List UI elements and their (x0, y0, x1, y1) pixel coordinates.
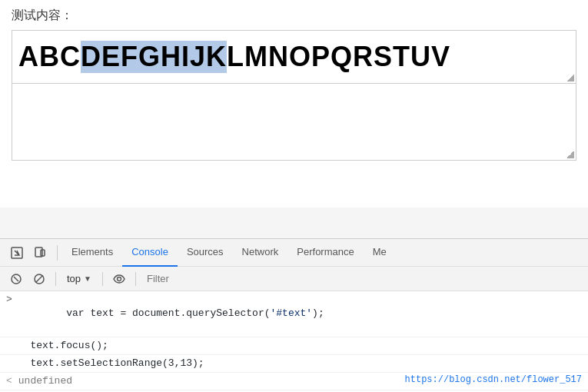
console-output-line: < undefined https://blog.csdn.net/flower… (0, 373, 588, 390)
console-toolbar: top ▼ (0, 267, 588, 291)
context-arrow: ▼ (84, 274, 91, 283)
block-icon[interactable] (29, 269, 49, 289)
text-before-selection: ABC (18, 41, 81, 73)
page-label: 测试内容： (12, 8, 576, 24)
console-output: > var text = document.querySelector('#te… (0, 291, 588, 392)
devtools-tab-bar: Elements Console Sources Network Perform… (0, 239, 588, 267)
console-line: > var text = document.querySelector('#te… (0, 291, 588, 337)
resize-handle-bottom[interactable] (566, 151, 574, 158)
console-input-prompt: > (6, 294, 12, 305)
text-after-selection: LMNOPQRSTUV (227, 41, 450, 73)
toolbar-separator (55, 272, 56, 286)
tab-console[interactable]: Console (122, 239, 178, 267)
svg-point-7 (117, 277, 121, 281)
console-output-text: undefined (18, 374, 405, 388)
tab-sources[interactable]: Sources (178, 239, 233, 267)
tab-performance[interactable]: Performance (287, 239, 363, 267)
textarea-empty[interactable] (12, 84, 576, 161)
context-selector[interactable]: top ▼ (62, 270, 96, 288)
console-continuation-prompt-1: > (6, 340, 12, 351)
context-value: top (67, 273, 81, 284)
console-output-prompt: < (6, 375, 12, 387)
console-code-line-1: var text = document.querySelector('#text… (18, 293, 582, 335)
source-url[interactable]: https://blog.csdn.net/flower_517 (405, 374, 582, 385)
page-content: 测试内容： ABCDEFGHIJKLMNOPQRSTUV (0, 0, 588, 208)
console-line-3: > text.setSelectionRange(3,13); (0, 355, 588, 373)
tab-separator (57, 245, 58, 261)
devtools-panel: Elements Console Sources Network Perform… (0, 238, 588, 392)
resize-handle-top[interactable] (566, 74, 574, 81)
text-selection-highlight: DEFGHIJK (81, 41, 227, 73)
console-continuation-prompt-2: > (6, 357, 12, 369)
tab-network[interactable]: Network (233, 239, 288, 267)
console-code-line-3: text.setSelectionRange(3,13); (18, 357, 582, 370)
toolbar-separator-2 (102, 272, 103, 286)
eye-icon[interactable] (109, 269, 129, 289)
tab-more[interactable]: Me (364, 239, 396, 267)
textarea-container: ABCDEFGHIJKLMNOPQRSTUV (12, 30, 576, 161)
device-toolbar-icon[interactable] (29, 242, 51, 264)
filter-input[interactable] (142, 271, 582, 286)
text-display: ABCDEFGHIJKLMNOPQRSTUV (12, 30, 576, 84)
console-line-2: > text.focus(); (0, 337, 588, 355)
svg-line-6 (36, 275, 43, 282)
separator (0, 208, 588, 238)
clear-console-button[interactable] (6, 269, 26, 289)
inspector-icon[interactable] (6, 242, 28, 264)
svg-line-4 (14, 277, 18, 281)
toolbar-separator-3 (135, 272, 136, 286)
console-code-line-2: text.focus(); (18, 339, 582, 353)
tab-elements[interactable]: Elements (62, 239, 122, 267)
